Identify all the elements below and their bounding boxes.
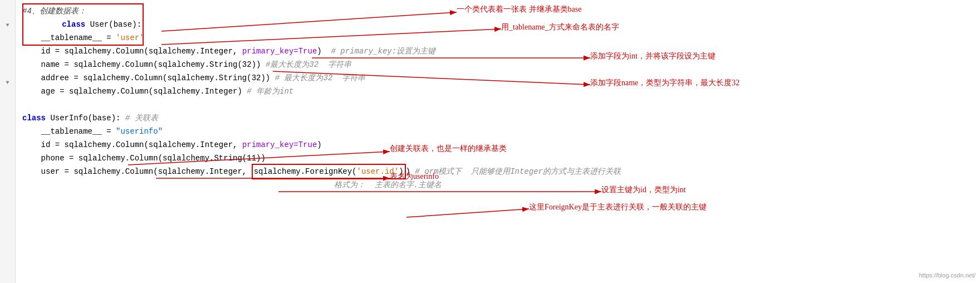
code-line-1: class User(base): — [22, 18, 980, 31]
code-line-13: 格式为： 主表的名字.主键名 — [22, 178, 980, 192]
left-gutter: ▼ ▼ — [0, 0, 16, 283]
code-line-10: id = sqlalchemy.Column(sqlalchemy.Intege… — [22, 138, 980, 152]
main-container: ▼ ▼ #4、创建数据表： class User(base): __tablen… — [0, 0, 980, 283]
code-line-2: __tablename__ = 'user' — [22, 31, 980, 45]
code-line-4: name = sqlalchemy.Column(sqlalchemy.Stri… — [22, 58, 980, 71]
fold-arrow-1[interactable]: ▼ — [6, 22, 9, 28]
code-line-8: class UserInfo(base): # 关联表 — [22, 111, 980, 125]
code-line-7 — [22, 98, 980, 111]
code-line-11: phone = sqlalchemy.Column(sqlalchemy.Str… — [22, 152, 980, 165]
code-line-12: user = sqlalchemy.Column(sqlalchemy.Inte… — [22, 165, 980, 178]
code-line-6: age = sqlalchemy.Column(sqlalchemy.Integ… — [22, 85, 980, 98]
fold-arrow-2[interactable]: ▼ — [6, 80, 9, 86]
code-line-9: __tablename__ = "userinfo" — [22, 125, 980, 138]
code-line-5: addree = sqlalchemy.Column(sqlalchemy.St… — [22, 71, 980, 85]
code-area: #4、创建数据表： class User(base): __tablename_… — [16, 0, 980, 283]
watermark: https://blog.csdn.net/ — [919, 272, 976, 279]
code-line-3: id = sqlalchemy.Column(sqlalchemy.Intege… — [22, 45, 980, 58]
section-title: #4、创建数据表： — [22, 4, 980, 18]
